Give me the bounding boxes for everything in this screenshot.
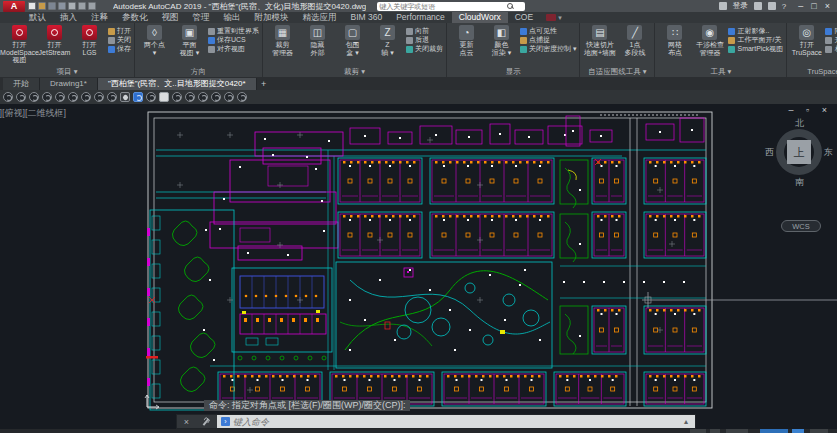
hide-outside-button[interactable]: ◫隐藏外部 — [301, 25, 334, 56]
star-toolbar-icon[interactable] — [120, 92, 130, 102]
viewport-label[interactable]: [-][俯视][二维线框] — [0, 107, 66, 120]
file-tab[interactable]: Drawing1* — [40, 78, 98, 90]
保存UCS-small-button[interactable]: 保存UCS — [208, 36, 259, 44]
status-toggle-active[interactable] — [792, 429, 804, 433]
shield-toolbar-icon[interactable] — [42, 92, 52, 102]
shield-toolbar-icon[interactable] — [55, 92, 65, 102]
expand-history-icon[interactable]: ▴ — [684, 415, 691, 428]
panel-label[interactable]: 方向 — [135, 67, 262, 77]
red-scan-button[interactable]: 打开JetStream — [38, 25, 71, 56]
open-file-icon[interactable] — [38, 2, 46, 10]
panel-label[interactable]: 自适应围线工具 ▾ — [580, 67, 654, 77]
new-file-icon[interactable] — [28, 2, 36, 10]
ribbon-tab-附加模块[interactable]: 附加模块 — [248, 12, 296, 23]
ribbon-tab-输出[interactable]: 输出 — [217, 12, 248, 23]
panel-label[interactable]: 工具 ▾ — [655, 67, 786, 77]
同步..-small-button[interactable]: 同步.. — [825, 27, 837, 35]
white-toolbar-icon[interactable] — [159, 92, 169, 102]
打开-small-button[interactable]: 打开 — [108, 27, 131, 35]
ribbon-tab-默认[interactable]: 默认 — [22, 12, 53, 23]
ribbon-tab-注释[interactable]: 注释 — [84, 12, 115, 23]
minimize-button[interactable]: – — [798, 1, 803, 11]
z-axis-button[interactable]: ZZ轴 ▾ — [371, 25, 404, 56]
compass-north-label[interactable]: 北 — [795, 117, 804, 130]
status-toggle-active[interactable] — [760, 429, 788, 433]
点可见性-small-button[interactable]: 点可见性 — [520, 27, 576, 35]
plane-points-button[interactable]: ◊两个点▾ — [138, 25, 171, 56]
alert-icon[interactable] — [768, 2, 776, 10]
shield-toolbar-icon[interactable] — [94, 92, 104, 102]
shield-toolbar-icon[interactable] — [185, 92, 195, 102]
save-icon[interactable] — [48, 2, 56, 10]
red-scan-button[interactable]: 打开ModelSpace视图 — [3, 25, 36, 64]
interference-manager-button[interactable]: ◉干涉检查管理器 — [693, 25, 726, 56]
ribbon-tab-参数化[interactable]: 参数化 — [115, 12, 155, 23]
关闭-small-button[interactable]: 关闭 — [108, 36, 131, 44]
grid-points-button[interactable]: ∷网格布点 — [658, 25, 691, 56]
status-toggle[interactable] — [690, 429, 706, 433]
cart-icon[interactable] — [754, 2, 762, 10]
shield-toolbar-icon[interactable] — [107, 92, 117, 102]
开/关-small-button[interactable]: 开/关 — [825, 36, 837, 44]
status-toggle[interactable] — [810, 429, 828, 433]
panel-label[interactable]: 裁剪 ▾ — [263, 67, 446, 77]
search-input[interactable] — [379, 3, 507, 10]
shield-toolbar-icon[interactable] — [172, 92, 182, 102]
close-button[interactable]: × — [825, 1, 830, 11]
command-prompt-icon[interactable]: › — [221, 417, 230, 426]
cube-button[interactable]: ▣平面视图 ▾ — [173, 25, 206, 56]
plot-icon[interactable] — [68, 2, 76, 10]
status-toggle[interactable] — [726, 429, 748, 433]
wcs-selector[interactable]: WCS — [781, 220, 821, 232]
undo-icon[interactable] — [78, 2, 86, 10]
panel-label[interactable]: 项目 ▾ — [0, 67, 134, 77]
shield-toolbar-icon[interactable] — [81, 92, 91, 102]
customize-icon[interactable] — [202, 418, 210, 426]
ribbon-tab-插入[interactable]: 插入 — [53, 12, 84, 23]
向前-small-button[interactable]: 向前 — [406, 27, 443, 35]
clip-manager-button[interactable]: ▦裁剪管理器 — [266, 25, 299, 56]
red-scan-button[interactable]: 打开LGS — [73, 25, 106, 56]
search-icon[interactable] — [507, 3, 514, 10]
ribbon-tab-精选应用[interactable]: 精选应用 — [296, 12, 344, 23]
shield-toolbar-icon[interactable] — [237, 92, 247, 102]
coe-menu-icon[interactable] — [546, 14, 556, 21]
重置到世界系-small-button[interactable]: 重置到世界系 — [208, 27, 259, 35]
viewcube[interactable]: 上 北 南 东 西 — [771, 118, 829, 194]
compass-south-label[interactable]: 南 — [795, 176, 804, 189]
ribbon-tab-CloudWorx[interactable]: CloudWorx — [452, 12, 508, 23]
SmartPick视图-small-button[interactable]: SmartPick视图 — [728, 45, 783, 53]
maximize-button[interactable]: □ — [811, 1, 816, 11]
viewcube-top-face[interactable]: 上 — [787, 140, 811, 164]
ribbon-tab-管理[interactable]: 管理 — [186, 12, 217, 23]
shield-toolbar-icon[interactable] — [224, 92, 234, 102]
close-icon[interactable]: × — [184, 417, 189, 427]
app-menu-button[interactable]: A — [3, 1, 25, 12]
compass-west-label[interactable]: 西 — [765, 146, 774, 159]
正射影像..-small-button[interactable]: 正射影像.. — [728, 27, 783, 35]
shield-toolbar-icon[interactable] — [3, 92, 13, 102]
相机关闭-small-button[interactable]: 相机关闭 — [825, 45, 837, 53]
color-render-button[interactable]: ◧颜色渲染 ▾ — [485, 25, 518, 56]
ribbon-options-caret[interactable]: ▾ — [558, 12, 562, 23]
shield-toolbar-icon[interactable] — [16, 92, 26, 102]
shield-toolbar-icon[interactable] — [29, 92, 39, 102]
shield-toolbar-icon[interactable] — [198, 92, 208, 102]
polyline-1pt-button[interactable]: ╱1点多段线 — [618, 25, 651, 56]
blue-toolbar-icon[interactable] — [133, 92, 143, 102]
status-toggle[interactable] — [710, 429, 720, 433]
redo-icon[interactable] — [88, 2, 96, 10]
update-pointcloud-button[interactable]: ◔更新点云 — [450, 25, 483, 56]
对齐视图-small-button[interactable]: 对齐视图 — [208, 45, 259, 53]
关闭裁剪-small-button[interactable]: 关闭裁剪 — [406, 45, 443, 53]
columns-toolbar-icon[interactable] — [146, 92, 156, 102]
panel-label[interactable]: 显示 — [447, 67, 579, 77]
shield-toolbar-icon[interactable] — [68, 92, 78, 102]
truspace-button[interactable]: ◎打开TruSpace — [790, 25, 823, 56]
shield-toolbar-icon[interactable] — [211, 92, 221, 102]
viewport-window-buttons[interactable]: – ▫ × — [789, 105, 832, 115]
工作平面开/关-small-button[interactable]: 工作平面开/关 — [728, 36, 783, 44]
new-drawing-tab-button[interactable]: + — [257, 78, 271, 90]
panel-label[interactable]: TruSpace ▾ — [787, 67, 837, 77]
drawing-canvas[interactable]: [-][俯视][二维线框] – ▫ × 上 北 南 东 西 WCS 命令: 指定… — [0, 104, 837, 429]
